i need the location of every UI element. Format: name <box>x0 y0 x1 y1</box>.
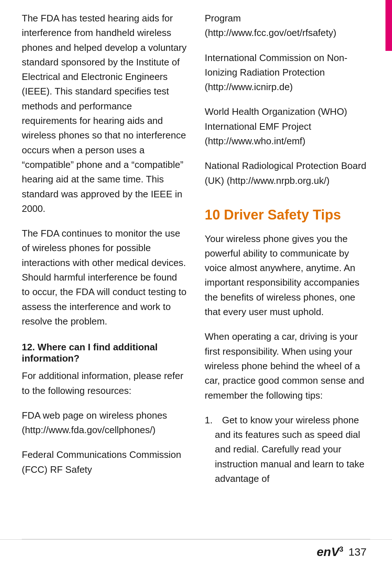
page-number: 137 <box>348 546 367 558</box>
driver-safety-paragraph-1: Your wireless phone gives you the powerf… <box>205 231 370 319</box>
program-link: Program (http://www.fcc.gov/oet/rfsafety… <box>205 11 370 40</box>
sub-heading-additional-info: 12. Where can I find additional informat… <box>22 342 187 364</box>
brand-text-en: en <box>317 545 331 559</box>
section-title-driver-safety: 10 Driver Safety Tips <box>205 207 370 223</box>
content-area: The FDA has tested hearing aids for inte… <box>22 11 370 535</box>
fcc-link: Federal Communications Commission (FCC) … <box>22 447 187 477</box>
left-paragraph-2: The FDA continues to monitor the use of … <box>22 226 187 329</box>
fda-link: FDA web page on wireless phones (http://… <box>22 408 187 438</box>
right-column: Program (http://www.fcc.gov/oet/rfsafety… <box>205 11 370 535</box>
brand-text-v: V <box>331 545 339 559</box>
icnirp-link: International Commission on Non-Ionizing… <box>205 51 370 94</box>
driver-safety-tip-1: 1. Get to know your wireless phone and i… <box>205 413 370 486</box>
left-paragraph-3: For additional information, please refer… <box>22 368 187 398</box>
footer: enV3 137 <box>0 539 392 564</box>
who-link: World Health Organization (WHO) Internat… <box>205 104 370 148</box>
accent-bar <box>385 0 392 51</box>
left-paragraph-1: The FDA has tested hearing aids for inte… <box>22 11 187 216</box>
driver-safety-paragraph-2: When operating a car, driving is your fi… <box>205 329 370 402</box>
left-column: The FDA has tested hearing aids for inte… <box>22 11 187 535</box>
brand-logo: enV3 <box>317 545 343 559</box>
nrpb-link: National Radiological Protection Board (… <box>205 158 370 188</box>
brand-superscript: 3 <box>339 545 343 553</box>
page-container: The FDA has tested hearing aids for inte… <box>0 0 392 564</box>
